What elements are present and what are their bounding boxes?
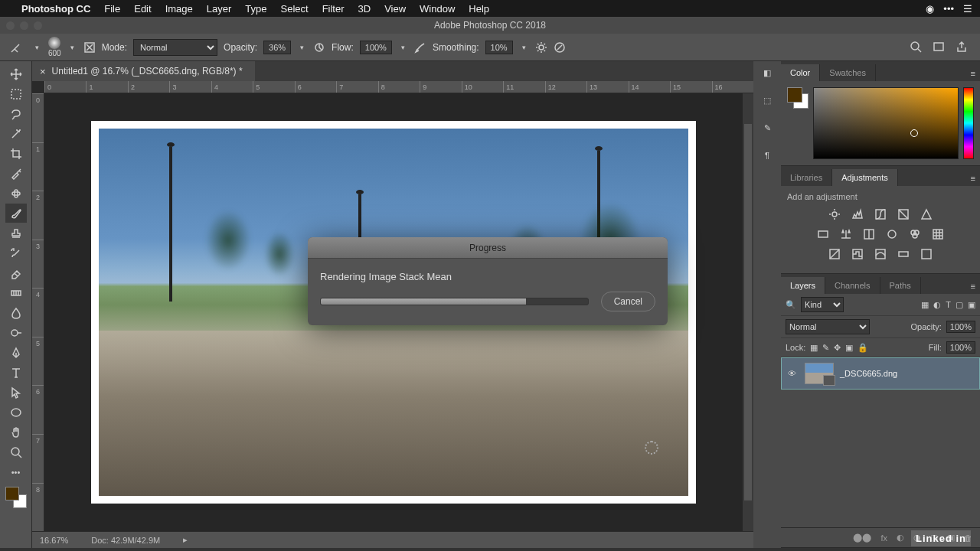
tab-color[interactable]: Color xyxy=(781,64,820,81)
blend-mode[interactable]: Normal xyxy=(786,319,870,334)
crop-tool[interactable] xyxy=(5,144,27,163)
share-icon[interactable] xyxy=(956,41,968,54)
filter-pixel-icon[interactable]: ▦ xyxy=(921,300,929,310)
blur-tool[interactable] xyxy=(5,303,27,322)
color-swatch[interactable] xyxy=(787,87,808,109)
tab-layers[interactable]: Layers xyxy=(781,277,825,294)
gear-icon[interactable] xyxy=(535,41,547,54)
hue-slider[interactable] xyxy=(963,87,974,159)
filter-shape-icon[interactable]: ▢ xyxy=(956,300,963,310)
mask-icon[interactable]: ◐ xyxy=(897,533,904,543)
mixer-icon[interactable] xyxy=(907,227,923,241)
opacity-value[interactable]: 36% xyxy=(263,41,291,54)
menu-image[interactable]: Image xyxy=(165,3,193,15)
curves-icon[interactable] xyxy=(873,207,888,221)
chevron-down-icon[interactable]: ▾ xyxy=(297,44,307,51)
panel-menu-icon[interactable]: ≡ xyxy=(966,279,980,294)
marquee-tool[interactable] xyxy=(5,84,27,103)
pen-tool[interactable] xyxy=(5,343,27,362)
layer-row[interactable]: 👁 _DSC6665.dng xyxy=(781,357,980,390)
chevron-down-icon[interactable]: ▾ xyxy=(398,44,408,51)
gradient-tool[interactable] xyxy=(5,283,27,302)
invert-icon[interactable] xyxy=(827,247,842,261)
filter-smart-icon[interactable]: ▣ xyxy=(968,300,975,310)
selective-icon[interactable] xyxy=(919,247,934,261)
tab-swatches[interactable]: Swatches xyxy=(820,64,876,81)
lock-artboard-icon[interactable]: ▣ xyxy=(845,343,853,353)
healing-tool[interactable] xyxy=(5,184,27,203)
fx-icon[interactable]: fx xyxy=(880,533,887,543)
photo-filter-icon[interactable] xyxy=(884,227,900,241)
document-tab[interactable]: × Untitled1 @ 16.7% (_DSC6665.dng, RGB/8… xyxy=(32,61,255,81)
lock-pixels-icon[interactable]: ✎ xyxy=(822,343,829,353)
pressure-size-icon[interactable] xyxy=(554,41,566,54)
flow-value[interactable]: 100% xyxy=(360,41,392,54)
type-tool[interactable] xyxy=(5,363,27,382)
mode-select[interactable]: Normal xyxy=(133,39,217,56)
ruler-vertical[interactable]: 012345678 xyxy=(32,93,44,531)
menu-window[interactable]: Window xyxy=(420,3,455,15)
cc-status-icon[interactable]: ◉ xyxy=(926,3,934,15)
menu-type[interactable]: Type xyxy=(245,3,266,15)
collapsed-icon[interactable]: ✎ xyxy=(764,121,771,135)
dodge-tool[interactable] xyxy=(5,323,27,342)
scrollbar-vertical[interactable] xyxy=(743,93,753,531)
chevron-down-icon[interactable]: ▾ xyxy=(519,44,529,51)
more-tools-icon[interactable]: ••• xyxy=(5,462,27,481)
hand-tool[interactable] xyxy=(5,422,27,442)
threshold-icon[interactable] xyxy=(873,247,888,261)
fill-value[interactable]: 100% xyxy=(946,341,975,354)
levels-icon[interactable] xyxy=(850,207,865,221)
layer-thumbnail[interactable] xyxy=(805,363,834,384)
move-tool[interactable] xyxy=(5,64,27,83)
menu-edit[interactable]: Edit xyxy=(134,3,151,15)
visibility-icon[interactable]: 👁 xyxy=(788,369,799,378)
filter-adjust-icon[interactable]: ◐ xyxy=(933,300,941,310)
collapsed-icon[interactable]: ¶ xyxy=(765,148,769,162)
search-icon[interactable] xyxy=(910,41,922,54)
brush-tool[interactable] xyxy=(5,204,27,223)
zoom-tool[interactable] xyxy=(5,442,27,461)
zoom-level[interactable]: 16.67% xyxy=(40,536,68,545)
eraser-tool[interactable] xyxy=(5,263,27,282)
list-icon[interactable]: ☰ xyxy=(963,3,972,15)
lut-icon[interactable] xyxy=(930,227,946,241)
smoothing-value[interactable]: 10% xyxy=(485,41,513,54)
tab-libraries[interactable]: Libraries xyxy=(781,169,832,186)
brightness-icon[interactable] xyxy=(827,207,842,221)
balance-icon[interactable] xyxy=(838,227,854,241)
color-swatches[interactable] xyxy=(5,487,27,508)
filter-kind[interactable]: Kind xyxy=(801,297,844,312)
stamp-tool[interactable] xyxy=(5,223,27,243)
cancel-button[interactable]: Cancel xyxy=(601,292,655,311)
ruler-horizontal[interactable]: 012345678910111213141516 xyxy=(44,81,753,93)
history-brush-tool[interactable] xyxy=(5,243,27,262)
bw-icon[interactable] xyxy=(861,227,877,241)
chevron-down-icon[interactable]: ▾ xyxy=(67,44,77,51)
menu-3d[interactable]: 3D xyxy=(358,3,371,15)
wand-tool[interactable] xyxy=(5,124,27,143)
menu-filter[interactable]: Filter xyxy=(322,3,345,15)
airbrush-icon[interactable] xyxy=(414,41,426,54)
lock-all-icon[interactable]: 🔒 xyxy=(858,343,868,353)
layer-name[interactable]: _DSC6665.dng xyxy=(840,369,897,378)
menu-file[interactable]: File xyxy=(104,3,120,15)
filter-type-icon[interactable]: T xyxy=(946,300,951,310)
chevron-down-icon[interactable]: ▾ xyxy=(32,44,42,51)
lasso-tool[interactable] xyxy=(5,104,27,123)
posterize-icon[interactable] xyxy=(850,247,865,261)
tab-paths[interactable]: Paths xyxy=(880,277,921,294)
chevron-right-icon[interactable]: ▸ xyxy=(183,535,188,545)
app-name[interactable]: Photoshop CC xyxy=(21,3,90,15)
close-icon[interactable]: × xyxy=(40,66,46,77)
pressure-opacity-icon[interactable] xyxy=(313,41,325,54)
tab-adjustments[interactable]: Adjustments xyxy=(832,169,898,186)
filter-icon[interactable]: 🔍 xyxy=(786,300,796,310)
path-select-tool[interactable] xyxy=(5,383,27,402)
gradient-map-icon[interactable] xyxy=(896,247,911,261)
panel-menu-icon[interactable]: ≡ xyxy=(966,171,980,186)
hue-icon[interactable] xyxy=(815,227,831,241)
opacity-value[interactable]: 100% xyxy=(946,321,975,333)
menu-help[interactable]: Help xyxy=(469,3,489,15)
brush-panel-icon[interactable] xyxy=(83,41,96,54)
